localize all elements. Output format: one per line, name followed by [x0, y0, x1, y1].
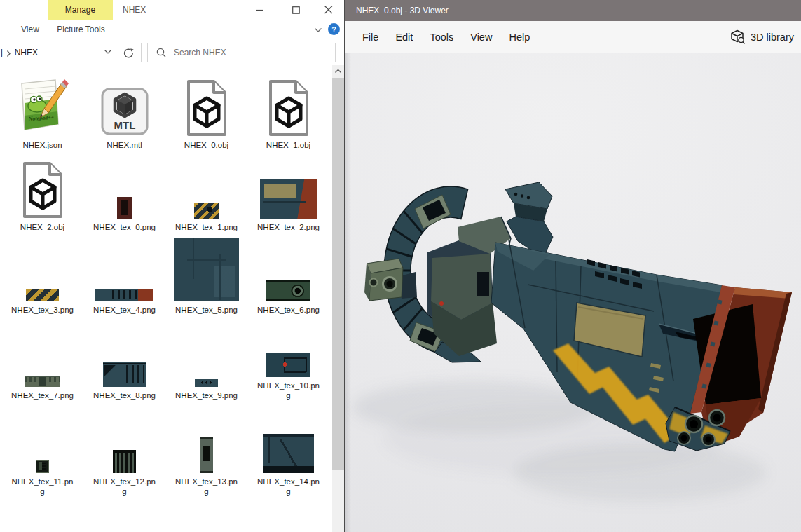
breadcrumb[interactable]: j NHEX [0, 43, 118, 62]
refresh-icon [123, 48, 134, 58]
help-button[interactable]: ? [328, 23, 340, 35]
search-icon [156, 48, 166, 57]
3d-library-button[interactable]: 3D library [730, 29, 794, 44]
file-name: NHEX_tex_9.png [175, 390, 238, 400]
close-icon [324, 6, 333, 14]
notepadpp-icon: Notepad++ [16, 78, 69, 137]
maximize-icon [292, 6, 300, 14]
file-item[interactable]: NHEX_tex_0.png [83, 151, 165, 233]
texture-thumbnail [263, 434, 314, 473]
file-item[interactable]: NHEX_0.obj [165, 65, 247, 151]
texture-thumbnail [25, 376, 60, 387]
file-name: NHEX_0.obj [184, 140, 228, 150]
search-input[interactable] [172, 47, 315, 58]
obj-icon [184, 79, 229, 137]
file-name: NHEX_tex_14.pn g [257, 477, 320, 496]
explorer-address-row: j NHEX [0, 39, 344, 65]
file-grid: Notepad++ NHEX.json MTLNHEX.mtl NHEX_0.o… [1, 65, 330, 497]
file-name: NHEX_tex_7.png [11, 390, 74, 400]
file-name: NHEX_tex_12.pn g [93, 477, 156, 496]
file-item[interactable]: NHEX_tex_10.pn g [247, 315, 329, 401]
maximize-button[interactable] [280, 0, 311, 20]
menu-file[interactable]: File [362, 32, 378, 43]
file-item[interactable]: NHEX_tex_4.png [83, 233, 165, 315]
mtl-icon: MTL [101, 88, 149, 137]
file-item[interactable]: MTLNHEX.mtl [83, 65, 165, 151]
file-item[interactable]: NHEX_tex_7.png [1, 315, 83, 401]
ribbon-tab-view[interactable]: View [15, 20, 45, 39]
viewer-menu-bar: FileEditToolsViewHelp 3D library [345, 21, 801, 53]
file-item[interactable]: NHEX_tex_12.pn g [83, 401, 165, 497]
viewer-window: NHEX_0.obj - 3D Viewer FileEditToolsView… [344, 0, 801, 532]
search-box[interactable] [147, 43, 336, 62]
file-item[interactable]: NHEX_tex_9.png [165, 315, 247, 401]
ribbon-contextual-tab-manage[interactable]: Manage [48, 0, 113, 20]
file-name: NHEX_tex_10.pn g [257, 381, 320, 400]
file-item[interactable]: NHEX_tex_14.pn g [247, 401, 329, 497]
viewer-3d-viewport[interactable] [345, 53, 801, 532]
file-item[interactable]: NHEX_tex_3.png [1, 233, 83, 315]
chevron-right-icon [7, 50, 11, 57]
obj-icon [266, 79, 311, 137]
menu-view[interactable]: View [470, 32, 492, 43]
menu-help[interactable]: Help [509, 32, 530, 43]
texture-thumbnail [95, 289, 153, 301]
explorer-titlebar: Manage NHEX [0, 0, 344, 20]
texture-thumbnail [26, 289, 59, 301]
file-item[interactable]: NHEX_tex_1.png [165, 151, 247, 233]
menu-edit[interactable]: Edit [395, 32, 413, 43]
file-item[interactable]: NHEX_2.obj [1, 151, 83, 233]
file-item[interactable]: Notepad++ NHEX.json [1, 65, 83, 151]
file-item[interactable]: NHEX_tex_6.png [247, 233, 329, 315]
file-name: NHEX.mtl [107, 140, 142, 150]
file-name: NHEX.json [22, 140, 62, 150]
file-name: NHEX_1.obj [266, 140, 310, 150]
file-item[interactable]: NHEX_1.obj [247, 65, 329, 151]
explorer-window-title: NHEX [123, 0, 146, 20]
breadcrumb-clipped-fragment: j [1, 48, 3, 57]
texture-thumbnail [200, 437, 213, 473]
texture-thumbnail [266, 280, 310, 301]
file-name: NHEX_tex_5.png [175, 305, 238, 315]
scrollbar-up-button[interactable] [332, 65, 344, 77]
breadcrumb-folder-nhex[interactable]: NHEX [15, 48, 38, 57]
file-name: NHEX_tex_2.png [257, 222, 320, 232]
file-name: NHEX_tex_8.png [93, 390, 156, 400]
file-name: NHEX_tex_13.pn g [175, 477, 238, 496]
texture-thumbnail [113, 450, 136, 473]
file-item[interactable]: NHEX_tex_8.png [83, 315, 165, 401]
file-name: NHEX_tex_0.png [93, 222, 156, 232]
model-nhex-ship [345, 53, 801, 532]
scrollbar-thumb[interactable] [332, 78, 344, 470]
help-icon: ? [331, 25, 336, 34]
refresh-button[interactable] [116, 43, 142, 62]
file-item[interactable]: NHEX_tex_11.pn g [1, 401, 83, 497]
viewer-window-title: NHEX_0.obj - 3D Viewer [356, 6, 449, 15]
breadcrumb-dropdown-icon[interactable] [104, 50, 111, 54]
file-item[interactable]: NHEX_tex_2.png [247, 151, 329, 233]
texture-thumbnail [195, 379, 218, 387]
minimize-icon [256, 6, 263, 14]
texture-thumbnail [117, 197, 132, 219]
texture-thumbnail [174, 238, 239, 301]
chevron-up-icon [335, 69, 341, 73]
file-name: NHEX_tex_3.png [11, 305, 74, 315]
3d-library-cube-icon [730, 29, 746, 44]
file-explorer-window: Manage NHEX View Picture Tools ? j NHEX [0, 0, 344, 532]
3d-library-label: 3D library [751, 32, 794, 43]
obj-icon [20, 161, 65, 219]
ribbon-tab-picture-tools[interactable]: Picture Tools [48, 20, 114, 39]
file-item[interactable]: NHEX_tex_13.pn g [165, 401, 247, 497]
texture-thumbnail [266, 353, 310, 377]
viewer-titlebar[interactable]: NHEX_0.obj - 3D Viewer [345, 0, 801, 21]
explorer-ribbon-tabs: View Picture Tools ? [0, 20, 344, 40]
file-item[interactable]: NHEX_tex_5.png [165, 233, 247, 315]
explorer-scrollbar[interactable] [332, 65, 344, 532]
ribbon-collapse-button[interactable] [313, 25, 324, 36]
file-name: NHEX_tex_11.pn g [11, 477, 73, 496]
minimize-button[interactable] [244, 0, 275, 20]
file-name: NHEX_tex_4.png [93, 305, 156, 315]
svg-text:MTL: MTL [114, 119, 135, 131]
close-button[interactable] [313, 0, 344, 20]
menu-tools[interactable]: Tools [430, 32, 453, 43]
